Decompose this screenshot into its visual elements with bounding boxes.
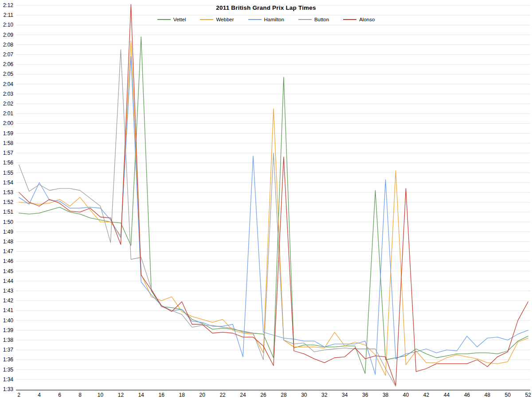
y-axis-tick-label: 2:01 bbox=[3, 110, 14, 117]
legend-item-alonso: Alonso bbox=[343, 17, 375, 22]
x-axis-tick-label: 20 bbox=[199, 392, 205, 398]
x-axis-tick-label: 10 bbox=[98, 392, 104, 398]
y-axis-tick-label: 1:44 bbox=[3, 278, 14, 284]
plot-area: 1:331:341:351:361:371:381:391:401:411:42… bbox=[0, 0, 532, 399]
y-axis-tick-label: 1:37 bbox=[3, 347, 14, 353]
x-axis-tick-label: 2 bbox=[17, 392, 20, 398]
x-axis-tick-label: 42 bbox=[423, 392, 430, 398]
x-axis-tick-label: 8 bbox=[78, 392, 82, 398]
y-axis-tick-label: 1:45 bbox=[3, 268, 14, 274]
x-axis-tick-label: 50 bbox=[505, 392, 511, 398]
legend-label: Hamilton bbox=[264, 17, 284, 22]
y-axis-tick-label: 1:49 bbox=[3, 229, 14, 235]
y-axis-tick-label: 1:36 bbox=[3, 356, 14, 363]
y-axis-tick-label: 1:33 bbox=[3, 386, 14, 392]
y-axis-tick-label: 2:09 bbox=[3, 32, 14, 38]
x-axis-tick-label: 4 bbox=[38, 392, 41, 398]
y-axis-tick-label: 1:39 bbox=[3, 327, 14, 333]
y-axis-tick-label: 2:07 bbox=[3, 51, 14, 58]
legend-item-webber: Webber bbox=[200, 17, 234, 22]
y-axis-tick-label: 1:34 bbox=[3, 376, 14, 383]
x-axis-tick-label: 40 bbox=[403, 392, 409, 398]
x-axis-tick-label: 6 bbox=[58, 392, 61, 398]
x-axis-tick-label: 30 bbox=[301, 392, 307, 398]
y-axis-tick-label: 2:04 bbox=[3, 81, 14, 87]
x-axis-tick-label: 38 bbox=[383, 392, 389, 398]
y-axis-tick-label: 1:57 bbox=[3, 150, 14, 156]
x-axis-tick-label: 44 bbox=[444, 392, 450, 398]
x-axis-tick-label: 32 bbox=[321, 392, 328, 398]
lap-times-chart: 1:331:341:351:361:371:381:391:401:411:42… bbox=[0, 0, 532, 399]
legend-label: Button bbox=[314, 17, 329, 22]
y-axis-tick-label: 1:35 bbox=[3, 367, 14, 373]
legend-line-swatch-alonso bbox=[343, 19, 356, 20]
series-line-hamilton bbox=[19, 57, 528, 375]
series-line-vettel bbox=[19, 37, 528, 374]
y-axis-tick-label: 2:05 bbox=[3, 71, 14, 77]
x-axis-tick-label: 12 bbox=[118, 392, 124, 398]
y-axis-tick-label: 1:41 bbox=[3, 307, 14, 313]
y-axis-tick-label: 1:46 bbox=[3, 258, 14, 264]
y-axis-tick-label: 1:56 bbox=[3, 160, 14, 166]
y-axis-tick-label: 1:58 bbox=[3, 140, 14, 146]
series-line-webber bbox=[19, 41, 528, 376]
x-axis-tick-label: 26 bbox=[260, 392, 266, 398]
y-axis-tick-label: 2:06 bbox=[3, 61, 14, 67]
x-axis-tick-label: 52 bbox=[525, 392, 531, 398]
legend-item-hamilton: Hamilton bbox=[248, 17, 284, 22]
legend-label: Webber bbox=[216, 17, 234, 22]
y-axis-tick-label: 1:43 bbox=[3, 288, 14, 294]
legend-label: Alonso bbox=[359, 17, 375, 22]
y-axis-tick-label: 1:55 bbox=[3, 170, 14, 176]
x-axis-tick-label: 22 bbox=[219, 392, 226, 398]
series-line-button bbox=[19, 50, 396, 387]
x-axis-tick-label: 48 bbox=[485, 392, 491, 398]
x-axis-tick-label: 24 bbox=[240, 392, 246, 398]
y-axis-tick-label: 1:52 bbox=[3, 199, 14, 205]
y-axis-tick-label: 1:59 bbox=[3, 130, 14, 137]
legend-line-swatch-hamilton bbox=[248, 19, 262, 20]
y-axis-tick-label: 1:38 bbox=[3, 337, 14, 343]
y-axis-tick-label: 1:40 bbox=[3, 317, 14, 324]
y-axis-tick-label: 1:54 bbox=[3, 180, 14, 186]
legend-line-swatch-vettel bbox=[157, 19, 171, 20]
y-axis-tick-label: 2:00 bbox=[3, 120, 14, 126]
x-axis-tick-label: 14 bbox=[138, 392, 145, 398]
series-line-alonso bbox=[19, 4, 528, 385]
legend-item-vettel: Vettel bbox=[157, 17, 186, 22]
legend: VettelWebberHamiltonButtonAlonso bbox=[0, 17, 532, 22]
legend-line-swatch-webber bbox=[200, 19, 213, 20]
y-axis-tick-label: 1:47 bbox=[3, 248, 14, 254]
y-axis-tick-label: 2:02 bbox=[3, 101, 14, 107]
y-axis-tick-label: 1:51 bbox=[3, 209, 14, 215]
x-axis-tick-label: 28 bbox=[281, 392, 287, 398]
x-axis-tick-label: 16 bbox=[159, 392, 165, 398]
x-axis-tick-label: 46 bbox=[464, 392, 470, 398]
legend-line-swatch-button bbox=[298, 19, 312, 20]
y-axis-tick-label: 1:53 bbox=[3, 189, 14, 196]
x-axis-tick-label: 18 bbox=[179, 392, 185, 398]
y-axis-tick-label: 1:42 bbox=[3, 297, 14, 304]
y-axis-tick-label: 2:03 bbox=[3, 91, 14, 97]
y-axis-tick-label: 2:08 bbox=[3, 42, 14, 48]
legend-label: Vettel bbox=[173, 17, 186, 22]
chart-title: 2011 British Grand Prix Lap Times bbox=[0, 4, 532, 11]
y-axis-tick-label: 1:48 bbox=[3, 239, 14, 245]
x-axis-tick-label: 36 bbox=[362, 392, 368, 398]
x-axis-tick-label: 34 bbox=[342, 392, 348, 398]
legend-item-button: Button bbox=[298, 17, 329, 22]
y-axis-tick-label: 1:50 bbox=[3, 219, 14, 225]
y-axis-tick-label: 2:10 bbox=[3, 22, 14, 28]
